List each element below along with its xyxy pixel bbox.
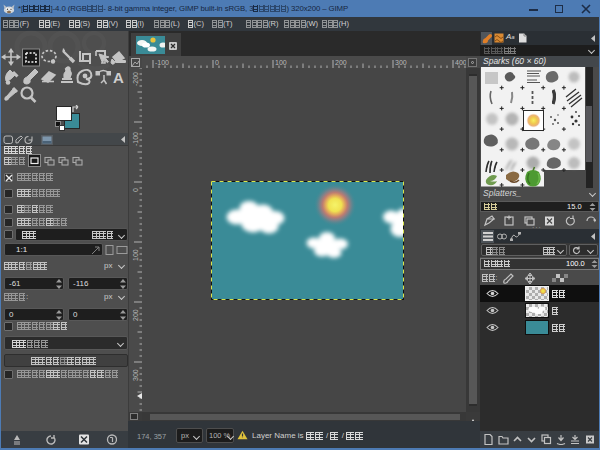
svg-text:200: 200	[335, 59, 347, 66]
svg-text:0: 0	[132, 188, 139, 192]
svg-text:100: 100	[275, 59, 287, 66]
svg-text:300: 300	[395, 59, 407, 66]
svg-text:100: 100	[132, 249, 139, 261]
svg-text:300: 300	[132, 369, 139, 381]
svg-text:-200: -200	[132, 72, 139, 86]
svg-text:400: 400	[455, 59, 466, 66]
svg-text:200: 200	[132, 309, 139, 321]
svg-text:-100: -100	[132, 132, 139, 146]
svg-text:-100: -100	[155, 59, 169, 66]
svg-text:A: A	[113, 69, 124, 86]
svg-text:0: 0	[215, 59, 219, 66]
